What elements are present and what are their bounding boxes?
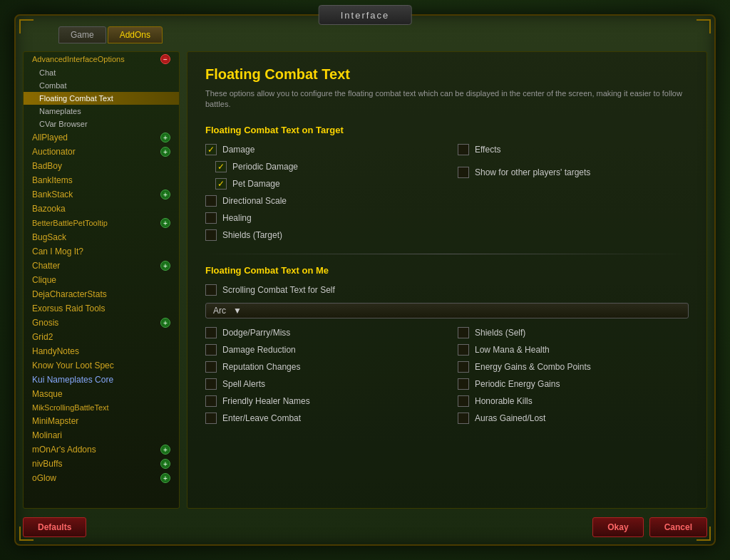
section2-title: Floating Combat Text on Me <box>205 265 689 276</box>
sidebar-item-oglow[interactable]: oGlow + <box>24 471 179 485</box>
checkbox-low-mana[interactable] <box>458 344 469 356</box>
sidebar-item-bugsack[interactable]: BugSack <box>24 230 179 244</box>
sidebar-label-monars: mOnAr's Addons <box>32 445 96 455</box>
checkbox-dodge-parry[interactable] <box>205 327 217 338</box>
cancel-button[interactable]: Cancel <box>649 517 707 537</box>
checkbox-show-other[interactable] <box>458 167 469 178</box>
dropdown-arrow-icon: ▼ <box>233 306 242 316</box>
sidebar-item-advanced[interactable]: AdvancedInterfaceOptions − <box>24 52 179 66</box>
sidebar-expand-chatter[interactable]: + <box>160 261 170 271</box>
section-divider <box>205 254 689 254</box>
sidebar-expand-auctionator[interactable]: + <box>160 147 170 157</box>
label-damage-reduction: Damage Reduction <box>222 345 296 355</box>
label-pet-damage: Pet Damage <box>232 179 280 189</box>
sidebar-label-bankitems: BankItems <box>32 175 73 185</box>
sidebar-item-clique[interactable]: Clique <box>24 273 179 287</box>
sidebar-item-kui[interactable]: Kui Nameplates Core <box>24 373 179 387</box>
sidebar-item-canimog[interactable]: Can I Mog It? <box>24 244 179 259</box>
option-spell-alerts: Spell Alerts <box>205 378 436 390</box>
label-honorable-kills: Honorable Kills <box>475 396 533 406</box>
sidebar-item-bankstack[interactable]: BankStack + <box>24 187 179 202</box>
sidebar-label-allplayed: AllPlayed <box>32 133 68 142</box>
sidebar-item-bazooka[interactable]: Bazooka <box>24 202 179 216</box>
checkbox-energy-gains[interactable] <box>458 361 469 373</box>
sidebar-label-knowloot: Know Your Loot Spec <box>32 361 114 370</box>
option-honorable-kills: Honorable Kills <box>458 395 689 407</box>
label-directional-scale: Directional Scale <box>222 196 287 206</box>
sidebar-label-exorsus: Exorsus Raid Tools <box>32 304 106 313</box>
sidebar-label-chat: Chat <box>39 68 56 77</box>
option-low-mana: Low Mana & Health <box>458 344 689 356</box>
corner-tr <box>696 19 711 33</box>
sidebar-item-badboy[interactable]: BadBoy <box>24 159 179 173</box>
sidebar-collapse-advanced[interactable]: − <box>160 54 170 64</box>
sidebar-item-grid2[interactable]: Grid2 <box>24 330 179 344</box>
sidebar-expand-bankstack[interactable]: + <box>160 190 170 199</box>
sidebar-label-badboy: BadBoy <box>32 161 62 171</box>
option-effects: Effects <box>458 144 689 155</box>
bottom-bar: Defaults Okay Cancel <box>23 517 707 537</box>
sidebar-item-knowloot[interactable]: Know Your Loot Spec <box>24 358 179 373</box>
checkbox-periodic-energy[interactable] <box>458 378 469 390</box>
label-shields-self: Shields (Self) <box>475 328 525 338</box>
sidebar-item-auctionator[interactable]: Auctionator + <box>24 145 179 159</box>
checkbox-healing[interactable] <box>205 212 217 224</box>
checkbox-periodic-damage[interactable] <box>215 161 227 172</box>
label-show-other: Show for other players' targets <box>475 167 590 177</box>
sidebar-scroll[interactable]: AdvancedInterfaceOptions − Chat Combat F… <box>24 52 179 508</box>
checkbox-spell-alerts[interactable] <box>205 378 217 390</box>
checkbox-damage[interactable] <box>205 144 217 155</box>
sidebar-item-exorsus[interactable]: Exorsus Raid Tools <box>24 301 179 316</box>
label-shields-target: Shields (Target) <box>222 230 282 240</box>
sidebar-item-molinari[interactable]: Molinari <box>24 428 179 442</box>
checkbox-enter-leave[interactable] <box>205 413 217 424</box>
checkbox-auras[interactable] <box>458 413 469 424</box>
defaults-button[interactable]: Defaults <box>23 517 86 537</box>
sidebar-item-floating[interactable]: Floating Combat Text <box>24 92 179 105</box>
checkbox-effects[interactable] <box>458 144 469 155</box>
sidebar-item-allplayed[interactable]: AllPlayed + <box>24 130 179 145</box>
checkbox-pet-damage[interactable] <box>215 178 227 190</box>
sidebar-item-masque[interactable]: Masque <box>24 387 179 401</box>
sidebar-item-cvar[interactable]: CVar Browser <box>24 118 179 130</box>
sidebar-label-bazooka: Bazooka <box>32 204 66 214</box>
sidebar-item-nameplates[interactable]: Nameplates <box>24 105 179 118</box>
sidebar-expand-oglow[interactable]: + <box>160 473 170 483</box>
sidebar-item-deja[interactable]: DejaCharacterStats <box>24 287 179 301</box>
main-content-panel: Floating Combat Text These options allow… <box>187 51 707 509</box>
arc-dropdown[interactable]: Arc ▼ <box>205 303 689 318</box>
sidebar-expand-gnosis[interactable]: + <box>160 318 170 328</box>
label-effects: Effects <box>475 145 500 155</box>
checkbox-honorable-kills[interactable] <box>458 395 469 407</box>
tab-addons[interactable]: AddOns <box>108 26 163 43</box>
page-description: These options allow you to configure the… <box>205 88 689 110</box>
sidebar-expand-allplayed[interactable]: + <box>160 133 170 142</box>
checkbox-scrolling-self[interactable] <box>205 284 217 296</box>
sidebar-item-monars[interactable]: mOnAr's Addons + <box>24 442 179 457</box>
checkbox-friendly-healer[interactable] <box>205 395 217 407</box>
sidebar-item-nivbuffs[interactable]: nivBuffs + <box>24 457 179 471</box>
sidebar-label-grid2: Grid2 <box>32 332 53 342</box>
sidebar-expand-monars[interactable]: + <box>160 445 170 455</box>
okay-button[interactable]: Okay <box>592 517 643 537</box>
sidebar-item-mikscrolling[interactable]: MikScrollingBattleText <box>24 401 179 414</box>
checkbox-directional-scale[interactable] <box>205 195 217 207</box>
sidebar-expand-betterbattle[interactable]: + <box>160 218 170 228</box>
sidebar-expand-nivbuffs[interactable]: + <box>160 459 170 469</box>
sidebar-item-betterbattle[interactable]: BetterBattlePetTooltip + <box>24 216 179 230</box>
sidebar-item-combat[interactable]: Combat <box>24 79 179 92</box>
sidebar-item-gnosis[interactable]: Gnosis + <box>24 316 179 330</box>
sidebar-item-bankitems[interactable]: BankItems <box>24 173 179 187</box>
sidebar-item-chat[interactable]: Chat <box>24 66 179 79</box>
sidebar-item-chatter[interactable]: Chatter + <box>24 259 179 273</box>
checkbox-shields-target[interactable] <box>205 229 217 241</box>
checkbox-damage-reduction[interactable] <box>205 344 217 356</box>
option-scrolling-self: Scrolling Combat Text for Self <box>205 284 689 296</box>
sidebar-item-handynotes[interactable]: HandyNotes <box>24 344 179 358</box>
sidebar-item-minimapster[interactable]: MiniMapster <box>24 414 179 428</box>
page-title: Floating Combat Text <box>205 66 689 83</box>
checkbox-shields-self[interactable] <box>458 327 469 338</box>
checkbox-reputation[interactable] <box>205 361 217 373</box>
option-healing: Healing <box>205 212 436 224</box>
tab-game[interactable]: Game <box>58 26 106 43</box>
